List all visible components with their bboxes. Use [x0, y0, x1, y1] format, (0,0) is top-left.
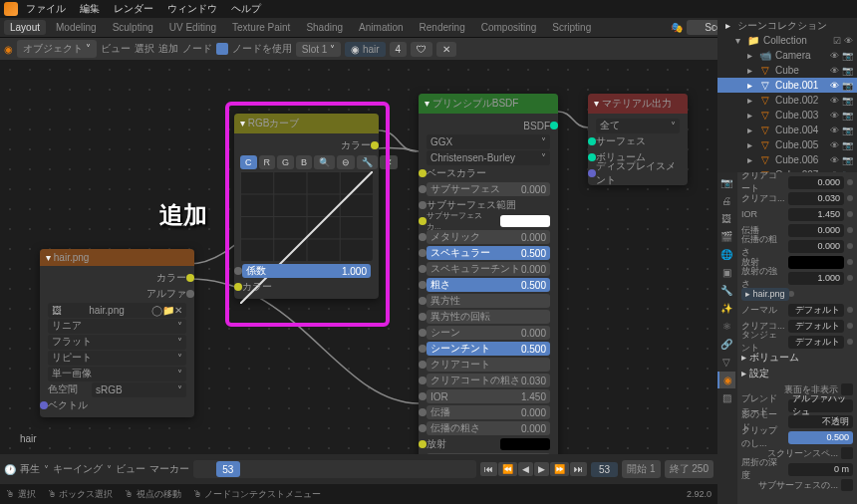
- bsdf-prop[interactable]: サブサーフェス0.000: [423, 181, 554, 197]
- ptab-constraint[interactable]: 🔗: [717, 336, 735, 353]
- ext-dropdown[interactable]: リピート˅: [48, 351, 186, 366]
- colorspace-dropdown[interactable]: sRGB˅: [92, 382, 186, 397]
- material-field[interactable]: ◉ hair: [345, 42, 385, 57]
- proj-dropdown[interactable]: フラット˅: [48, 335, 186, 350]
- tab-modeling[interactable]: Modeling: [50, 20, 103, 35]
- outliner-item[interactable]: ▸▽Cube👁📷: [717, 63, 857, 78]
- ptab-modifier[interactable]: 🔧: [717, 282, 735, 299]
- hdr-add[interactable]: 追加: [158, 42, 178, 56]
- use-nodes-checkbox[interactable]: [216, 43, 228, 55]
- hdr-view[interactable]: ビュー: [101, 42, 131, 56]
- ptab-world[interactable]: 🌐: [717, 246, 735, 263]
- node-header[interactable]: ▾ プリンシプルBSDF: [419, 94, 558, 114]
- tab-animation[interactable]: Animation: [353, 20, 409, 35]
- bsdf-prop[interactable]: 異方性: [423, 293, 554, 309]
- bsdf-prop[interactable]: 粗さ0.500: [423, 277, 554, 293]
- mat-fake[interactable]: 🛡: [411, 42, 432, 57]
- outliner-collection[interactable]: Collection: [763, 35, 807, 46]
- bsdf-prop[interactable]: サブサーフェスカ...: [423, 213, 554, 229]
- outliner-item[interactable]: ▸▽Cube.005👁📷: [717, 137, 857, 152]
- bsdf-prop[interactable]: クリアコートの粗さ0.030: [423, 373, 554, 388]
- node-header[interactable]: ▾ hair.png: [40, 249, 194, 266]
- tl-keying[interactable]: キーイング: [53, 462, 103, 476]
- ptab-view[interactable]: 🖼: [717, 210, 735, 227]
- property-row[interactable]: アルファ▸ hair.png: [739, 286, 855, 302]
- slot-dropdown[interactable]: Slot 1 ˅: [296, 42, 341, 57]
- curve-clip-icon[interactable]: ✕: [380, 155, 398, 169]
- curve-tab-g[interactable]: G: [277, 155, 294, 169]
- bsdf-prop[interactable]: メタリック0.000: [423, 229, 554, 245]
- property-row[interactable]: クリアコート 0.000: [739, 174, 855, 190]
- curve-widget[interactable]: [240, 171, 373, 261]
- curve-tab-r[interactable]: R: [259, 155, 276, 169]
- rgb-curves-node[interactable]: ▾ RGBカーブ カラー C R G B 🔍 ⊖ 🔧 ✕ 係数1.000 カラー: [234, 114, 379, 299]
- mat-unlink[interactable]: ✕: [436, 42, 456, 57]
- outliner-item[interactable]: ▸▽Cube.006👁📷: [717, 152, 857, 167]
- property-row[interactable]: タンジェント デフォルト: [739, 334, 855, 350]
- menu-edit[interactable]: 編集: [74, 0, 106, 18]
- outliner-item[interactable]: ▸▽Cube.001👁📷: [717, 78, 857, 93]
- outliner-item[interactable]: ▸▽Cube.002👁📷: [717, 93, 857, 108]
- ptab-mesh[interactable]: ▽: [717, 354, 735, 371]
- hdr-node[interactable]: ノード: [182, 42, 212, 56]
- tab-uv[interactable]: UV Editing: [163, 20, 222, 35]
- bsdf-prop[interactable]: IOR1.450: [423, 388, 554, 404]
- property-row[interactable]: 伝播の粗さ 0.000: [739, 238, 855, 254]
- ptab-output[interactable]: 🖨: [717, 192, 735, 209]
- bsdf-prop[interactable]: スペキュラー0.500: [423, 245, 554, 261]
- ptab-scene[interactable]: 🎬: [717, 228, 735, 245]
- timeline-track[interactable]: 53: [193, 460, 476, 478]
- setting-row[interactable]: 屈折の深度0 m: [739, 461, 855, 477]
- property-section[interactable]: ▸ ボリューム: [739, 350, 855, 366]
- bsdf-prop[interactable]: 伝播の粗さ0.000: [423, 420, 554, 436]
- bsdf-prop[interactable]: ベースカラー: [423, 165, 554, 181]
- target-dropdown[interactable]: 全て˅: [596, 119, 680, 133]
- tl-next-key-icon[interactable]: ⏩: [550, 462, 569, 476]
- source-dropdown[interactable]: 単一画像˅: [48, 367, 186, 381]
- tl-view[interactable]: ビュー: [116, 462, 145, 476]
- tab-shading[interactable]: Shading: [300, 20, 349, 35]
- curve-tools-icon[interactable]: 🔧: [357, 155, 378, 169]
- menu-help[interactable]: ヘルプ: [225, 0, 267, 18]
- outliner-item[interactable]: ▸▽Cube.003👁📷: [717, 108, 857, 123]
- tab-compositing[interactable]: Compositing: [475, 20, 543, 35]
- ptab-texture[interactable]: ▨: [717, 389, 735, 406]
- bsdf-prop[interactable]: シーン0.000: [423, 325, 554, 341]
- property-section[interactable]: ▸ 設定: [739, 366, 855, 381]
- hdr-select[interactable]: 選択: [135, 42, 154, 56]
- mode-dropdown[interactable]: オブジェクト ˅: [17, 40, 97, 58]
- mat-users[interactable]: 4: [390, 42, 408, 57]
- tl-prev-key-icon[interactable]: ⏪: [498, 462, 517, 476]
- image-texture-node[interactable]: ▾ hair.png カラー アルファ 🖼 hair.png ◯📁✕ リニア˅ …: [40, 249, 194, 417]
- principled-bsdf-node[interactable]: ▾ プリンシプルBSDF BSDF GGX˅ Christensen-Burle…: [419, 94, 558, 504]
- tab-layout[interactable]: Layout: [4, 20, 46, 35]
- setting-row[interactable]: サブサーフェスの...: [739, 477, 855, 493]
- distribution-dropdown[interactable]: GGX˅: [427, 134, 550, 149]
- end-frame-field[interactable]: 終了 250: [665, 460, 714, 478]
- bsdf-prop[interactable]: シーンチント0.500: [423, 341, 554, 357]
- current-frame-field[interactable]: 53: [591, 462, 618, 477]
- bsdf-prop[interactable]: スペキュラーチント0.000: [423, 261, 554, 277]
- timeline-cursor[interactable]: 53: [216, 461, 240, 477]
- property-row[interactable]: ノーマル デフォルト: [739, 302, 855, 318]
- tab-sculpting[interactable]: Sculpting: [107, 20, 159, 35]
- tl-last-icon[interactable]: ⏭: [570, 462, 587, 476]
- tl-playback[interactable]: 再生: [20, 462, 40, 476]
- curve-tab-c[interactable]: C: [240, 155, 257, 169]
- property-row[interactable]: IOR 1.450: [739, 206, 855, 222]
- material-output-node[interactable]: ▾ マテリアル出力 全て˅ サーフェス ボリューム ディスプレイスメント: [588, 94, 688, 185]
- menu-render[interactable]: レンダー: [108, 0, 159, 18]
- fac-field[interactable]: 係数1.000: [242, 264, 371, 278]
- menu-window[interactable]: ウィンドウ: [161, 0, 223, 18]
- outliner[interactable]: ▸シーンコレクション ▾📁Collection☑👁 ▸📹Camera👁📷▸▽Cu…: [717, 18, 857, 172]
- interp-dropdown[interactable]: リニア˅: [48, 319, 186, 334]
- start-frame-field[interactable]: 開始 1: [622, 460, 660, 478]
- outliner-item[interactable]: ▸📹Camera👁📷: [717, 48, 857, 63]
- bsdf-prop[interactable]: クリアコート: [423, 357, 554, 373]
- ptab-physics[interactable]: ⚛: [717, 318, 735, 335]
- bsdf-prop[interactable]: 伝播0.000: [423, 404, 554, 420]
- ptab-object[interactable]: ▣: [717, 264, 735, 281]
- menu-file[interactable]: ファイル: [20, 0, 72, 18]
- ptab-material[interactable]: ◉: [717, 372, 735, 388]
- image-field[interactable]: 🖼 hair.png ◯📁✕: [48, 303, 186, 318]
